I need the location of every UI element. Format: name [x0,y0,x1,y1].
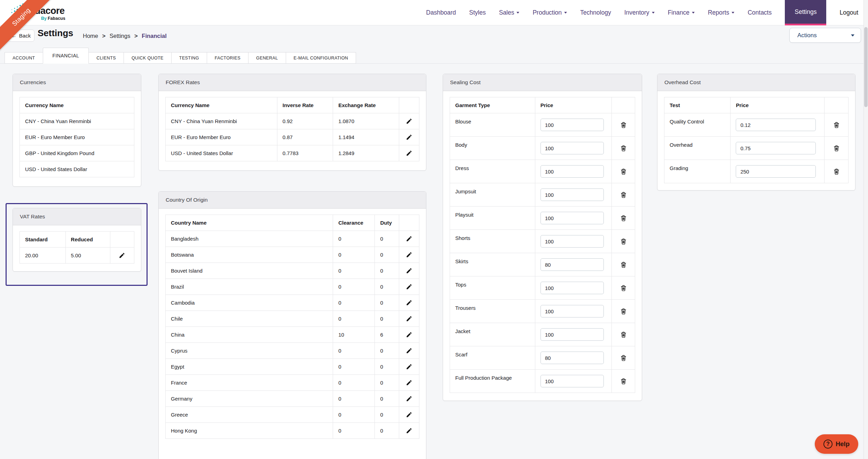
pencil-icon [406,395,412,402]
delete-row-button[interactable] [618,377,629,386]
sealing-price-input[interactable] [540,142,604,154]
edit-row-button[interactable] [404,426,415,435]
delete-row-button[interactable] [618,120,629,130]
delete-row-button[interactable] [618,283,629,293]
column-header: Garment Type [450,97,535,113]
sealing-price-input[interactable] [540,352,604,364]
nav-item-contacts[interactable]: Contacts [748,0,772,25]
nav-item-logout[interactable]: Logout [839,0,858,25]
pencil-icon [406,363,412,370]
trash-icon [620,261,627,268]
edit-row-button[interactable] [404,250,415,259]
column-header: Country Name [166,215,333,231]
edit-row-button[interactable] [404,378,415,387]
cell: 0 [375,231,399,247]
nav-item-dashboard[interactable]: Dashboard [426,0,456,25]
edit-row-button[interactable] [404,330,415,339]
column-header: Reduced [65,232,110,248]
delete-row-button[interactable] [618,353,629,363]
breadcrumb-separator: > [134,33,138,39]
nav-item-styles[interactable]: Styles [469,0,486,25]
table-row: Dress [450,160,635,183]
edit-row-button[interactable] [404,298,415,307]
tab-quick-quote[interactable]: QUICK QUOTE [124,52,172,64]
delete-row-button[interactable] [831,144,842,153]
cell: Chile [166,311,333,327]
sealing-price-input[interactable] [540,235,604,248]
tab-general[interactable]: GENERAL [248,52,286,64]
tab-testing[interactable]: TESTING [171,52,207,64]
table-row: China106 [166,327,419,343]
delete-row-button[interactable] [618,190,629,200]
sealing-price-input[interactable] [540,119,604,131]
tab-financial[interactable]: FINANCIAL [43,48,89,64]
table-row: 20.005.00 [20,248,134,264]
cell: Greece [166,407,333,423]
scrollbar-thumb[interactable] [864,27,868,107]
help-button[interactable]: ? Help [815,434,858,454]
pencil-icon [406,379,412,386]
delete-row-button[interactable] [618,237,629,246]
edit-row-button[interactable] [404,346,415,355]
pencil-icon [406,235,412,242]
sealing-price-input[interactable] [540,282,604,294]
edit-row-button[interactable] [404,149,415,158]
delete-row-button[interactable] [831,167,842,176]
trash-icon [833,145,840,152]
tab-email-configuration[interactable]: E-MAIL CONFIGURATION [286,52,356,64]
edit-row-button[interactable] [117,251,127,260]
tab-factories[interactable]: FACTORIES [207,52,248,64]
tab-clients[interactable]: CLIENTS [88,52,124,64]
nav-item-technology[interactable]: Technology [580,0,611,25]
edit-row-button[interactable] [404,117,415,126]
sealing-price-input[interactable] [540,375,604,387]
delete-row-button[interactable] [618,144,629,153]
pencil-icon [406,118,412,124]
trash-icon [620,284,627,292]
table-row: Germany00 [166,391,419,407]
overhead-price-input[interactable] [736,142,815,154]
nav-item-settings[interactable]: Settings [785,0,826,25]
sealing-price-input[interactable] [540,328,604,341]
sealing-price-input[interactable] [540,258,604,271]
edit-row-button[interactable] [404,266,415,275]
page-scrollbar[interactable] [863,0,868,459]
cell: 0 [333,343,375,359]
overhead-price-input[interactable] [736,165,815,178]
nav-item-finance[interactable]: Finance [668,0,695,25]
forex-rates-table: Currency NameInverse RateExchange RateCN… [165,97,419,161]
edit-row-button[interactable] [404,314,415,323]
edit-row-button[interactable] [404,234,415,243]
delete-row-button[interactable] [618,260,629,269]
input-cell [731,137,824,160]
delete-row-button[interactable] [618,214,629,223]
nav-item-inventory[interactable]: Inventory [624,0,655,25]
breadcrumb-settings[interactable]: Settings [110,33,131,39]
sealing-price-input[interactable] [540,212,604,224]
overhead-price-input[interactable] [736,119,815,131]
nav-item-sales[interactable]: Sales [499,0,520,25]
sealing-price-input[interactable] [540,165,604,178]
delete-row-button[interactable] [618,307,629,316]
sealing-price-input[interactable] [540,305,604,317]
panel-title: VAT Rates [13,208,141,225]
trash-icon [833,168,840,175]
pencil-icon [406,267,412,274]
cell: USD - United States Dollar [20,161,134,177]
sealing-price-input[interactable] [540,188,604,201]
delete-row-button[interactable] [618,330,629,339]
edit-row-button[interactable] [404,394,415,403]
delete-row-button[interactable] [831,120,842,130]
edit-row-button[interactable] [404,133,415,142]
breadcrumb-home[interactable]: Home [83,33,98,39]
trash-icon [620,191,627,199]
nav-item-reports[interactable]: Reports [708,0,734,25]
delete-row-button[interactable] [618,167,629,176]
actions-dropdown-button[interactable]: Actions [789,28,861,43]
edit-row-button[interactable] [404,410,415,419]
nav-item-production[interactable]: Production [532,0,567,25]
actions-column-header [824,97,849,113]
tab-account[interactable]: ACCOUNT [5,52,43,64]
edit-row-button[interactable] [404,362,415,371]
edit-row-button[interactable] [404,282,415,291]
